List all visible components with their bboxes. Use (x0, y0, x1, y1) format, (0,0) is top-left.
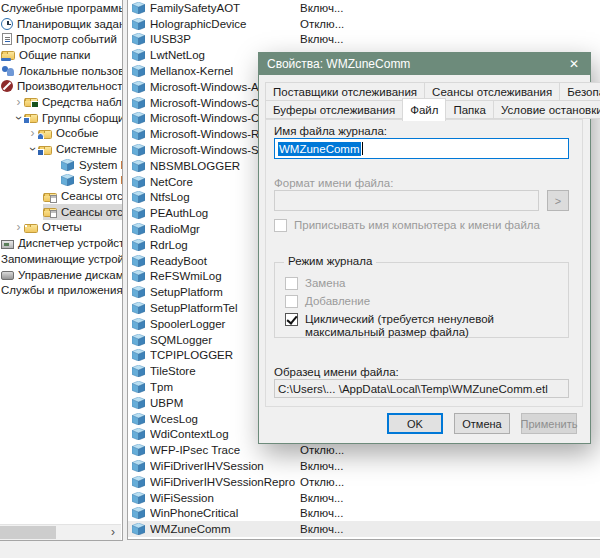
scrollbar-thumb[interactable] (0, 526, 56, 539)
expand-icon[interactable]: › (27, 128, 38, 138)
cube-icon (132, 223, 145, 235)
row-name: FamilySafetyAOT (150, 2, 300, 14)
cube-icon (132, 365, 145, 377)
expand-icon[interactable]: › (13, 97, 24, 107)
tree-item-content[interactable]: Общие папки (1, 47, 122, 63)
tree-item-label: Просмотр событий (16, 33, 117, 45)
cube-icon (132, 160, 145, 172)
list-row[interactable]: WMZuneCommВключ... (128, 521, 600, 537)
tree-item[interactable]: ›Системные (0, 141, 122, 157)
tab-файл[interactable]: Файл (402, 98, 446, 121)
scroll-right-icon[interactable]: › (106, 525, 120, 539)
tree-item[interactable]: Сеансы отслеж (0, 204, 122, 220)
log-filename-label: Имя файла журнала: (274, 125, 387, 137)
tree-item[interactable]: System Perfo (0, 173, 122, 189)
cube-icon (132, 207, 145, 219)
row-status: Включ... (300, 507, 344, 519)
tree-item[interactable]: Производительность (0, 78, 122, 94)
tab-безопасность[interactable]: Безопасность (559, 82, 600, 101)
tree-item-content[interactable]: Планировщик заданий (1, 16, 122, 32)
list-row[interactable]: HolographicDeviceОтклю... (128, 16, 600, 32)
collapse-icon[interactable]: › (28, 144, 38, 155)
checkbox-box (285, 295, 298, 308)
dialog-titlebar[interactable]: Свойства: WMZuneComm (259, 53, 590, 75)
tree-item[interactable]: Сеансы отслеж (0, 188, 122, 204)
cube-icon (132, 492, 145, 504)
tree-item-content[interactable]: Просмотр событий (1, 31, 122, 47)
list-row[interactable]: IUSB3PВключ... (128, 32, 600, 48)
tab-буферы-отслеживания[interactable]: Буферы отслеживания (265, 100, 403, 119)
cube-icon (132, 18, 145, 30)
horizontal-scrollbar[interactable]: › (0, 524, 121, 540)
checkbox-label: Добавление (305, 295, 370, 308)
cube-icon (132, 523, 145, 535)
tree-item-content[interactable]: Диспетчер устройств (1, 235, 122, 251)
tree-item-content[interactable]: Служебные программы (1, 0, 122, 16)
tree-item-content[interactable]: Системные (38, 141, 122, 157)
tree-item[interactable]: Служебные программы (0, 0, 122, 16)
tree-item-label: Системные (56, 143, 117, 155)
tree-item-content[interactable]: Управление дисками (1, 267, 122, 283)
tree-item-content[interactable]: Отчеты (24, 220, 122, 236)
tree-item-content[interactable]: System Diagn (57, 157, 122, 173)
tree-item[interactable]: Локальные пользовате (0, 63, 122, 79)
tree-item[interactable]: Просмотр событий (0, 31, 122, 47)
cube-icon (132, 191, 145, 203)
tree-item-content[interactable]: Локальные пользовате (1, 63, 122, 79)
tree-item[interactable]: ›Средства наблюден (0, 94, 122, 110)
folder-data-icon (24, 114, 38, 123)
text-caret (362, 142, 363, 155)
row-name: WinPhoneCritical (150, 507, 300, 519)
list-row[interactable]: WFP-IPsec TraceОтклю... (128, 442, 600, 458)
tree: Служебные программыПланировщик заданийПр… (0, 0, 122, 298)
tree-item[interactable]: Планировщик заданий (0, 16, 122, 32)
collapse-icon[interactable]: › (14, 112, 24, 123)
list-row[interactable]: WiFiDriverIHVSessionВключ... (128, 458, 600, 474)
tree-item-content[interactable]: Средства наблюден (24, 94, 122, 110)
cube-icon (132, 334, 145, 346)
tree-item[interactable]: Диспетчер устройств (0, 235, 122, 251)
tree-item-content[interactable]: Службы и приложения (1, 282, 122, 298)
cube-icon (132, 128, 145, 140)
apply-button: Применить (521, 413, 577, 434)
tab-поставщики-отслеживания[interactable]: Поставщики отслеживания (265, 82, 425, 101)
group-title: Режим журнала (284, 255, 376, 267)
tree-item-content[interactable]: Запоминающие устройст (1, 251, 122, 267)
tree-item-label: Диспетчер устройств (18, 237, 122, 249)
expand-icon[interactable]: › (13, 222, 24, 232)
list-row[interactable]: WiFiSessionВключ... (128, 490, 600, 506)
tree-item-content[interactable]: Сеансы отслеж (43, 204, 122, 220)
list-row[interactable]: FamilySafetyAOTВключ... (128, 0, 600, 16)
tree-item[interactable]: Управление дисками (0, 267, 122, 283)
tree-item-content[interactable]: Производительность (1, 78, 122, 94)
tree-item[interactable]: ›Группы сборщиков (0, 110, 122, 126)
row-name: HolographicDevice (150, 18, 300, 30)
cube-icon (132, 239, 145, 251)
ok-button[interactable]: OK (387, 413, 443, 434)
tree-item[interactable]: System Diagn (0, 157, 122, 173)
check-icon[interactable] (285, 313, 298, 326)
tab-условие-остановки[interactable]: Условие остановки (493, 100, 600, 119)
tree-item-label: Запоминающие устройст (1, 253, 122, 265)
log-filename-input[interactable]: WMZuneComm (274, 138, 569, 159)
tree-item-content[interactable]: System Perfo (57, 173, 122, 189)
tab-row-2: Буферы отслеживанияФайлПапкаУсловие оста… (265, 100, 583, 119)
circular-checkbox[interactable]: Циклический (требуется ненулевой максима… (285, 313, 567, 339)
tree-item[interactable]: Общие папки (0, 47, 122, 63)
close-button[interactable]: ✕ (558, 53, 590, 75)
list-row[interactable]: WinPhoneCriticalВключ... (128, 506, 600, 522)
tab-папка[interactable]: Папка (445, 100, 494, 119)
tree-item[interactable]: ›Особые (0, 126, 122, 142)
tree-item[interactable]: Запоминающие устройст (0, 251, 122, 267)
row-name: WiFiDriverIHVSession (150, 460, 300, 472)
cancel-button[interactable]: Отмена (454, 413, 510, 434)
list-row[interactable]: WiFiDriverIHVSessionReproОтклю... (128, 474, 600, 490)
cube-icon (132, 318, 145, 330)
tree-item[interactable]: ›Отчеты (0, 220, 122, 236)
tree-item-content[interactable]: Сеансы отслеж (43, 188, 122, 204)
tree-item-content[interactable]: Группы сборщиков (24, 110, 122, 126)
row-name: WiFiDriverIHVSessionRepro (150, 476, 300, 488)
tree-item-content[interactable]: Особые (38, 126, 122, 142)
clock-icon (1, 18, 13, 30)
tree-item[interactable]: Службы и приложения (0, 282, 122, 298)
